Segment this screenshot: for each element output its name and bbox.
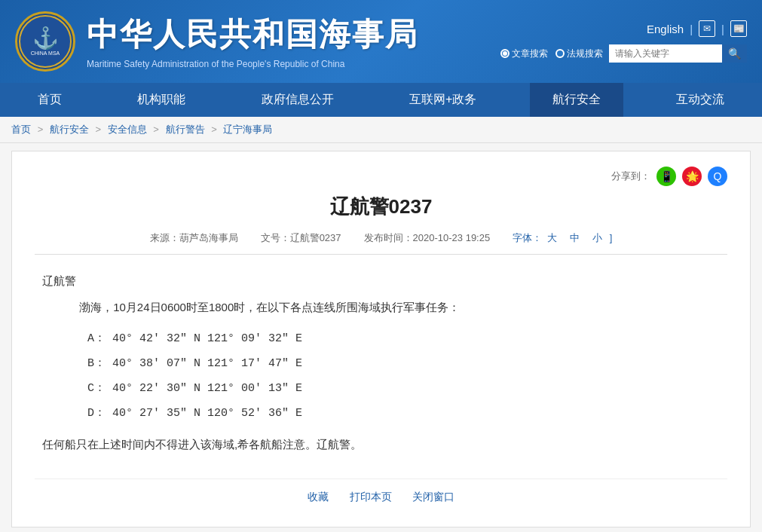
search-option-law-label: 法规搜索 bbox=[567, 47, 603, 60]
rss-icon[interactable]: 📰 bbox=[730, 20, 747, 37]
font-label: 字体： bbox=[513, 232, 542, 243]
search-option-article-label: 文章搜索 bbox=[512, 47, 548, 60]
font-small[interactable]: 小 bbox=[592, 232, 602, 243]
font-medium[interactable]: 中 bbox=[570, 232, 580, 243]
radio-article bbox=[500, 49, 510, 58]
close-link[interactable]: 关闭窗口 bbox=[412, 491, 454, 503]
search-option-law[interactable]: 法规搜索 bbox=[555, 47, 603, 60]
site-title-block: 中华人民共和国海事局 Maritime Safety Administratio… bbox=[87, 14, 418, 69]
font-size-ctrl: 字体： 大 中 小 ] bbox=[513, 231, 612, 245]
main-nav: 首页 机构职能 政府信息公开 互联网+政务 航行安全 互动交流 bbox=[0, 83, 762, 117]
nav-interact[interactable]: 互动交流 bbox=[653, 83, 747, 117]
nav-functions[interactable]: 机构职能 bbox=[115, 83, 208, 117]
search-option-article[interactable]: 文章搜索 bbox=[500, 47, 548, 60]
search-input[interactable] bbox=[609, 44, 722, 63]
breadcrumb-home[interactable]: 首页 bbox=[11, 124, 31, 135]
coord-b: B： 40° 38′ 07″ N 121° 17′ 47″ E bbox=[87, 351, 720, 376]
nav-internet[interactable]: 互联网+政务 bbox=[387, 83, 499, 117]
bookmark-link[interactable]: 收藏 bbox=[308, 491, 329, 503]
breadcrumb-liaoning[interactable]: 辽宁海事局 bbox=[223, 124, 272, 135]
breadcrumb: 首页 > 航行安全 > 安全信息 > 航行警告 > 辽宁海事局 bbox=[0, 117, 762, 143]
article-docno: 文号：辽航警0237 bbox=[261, 231, 341, 245]
print-link[interactable]: 打印本页 bbox=[350, 491, 392, 503]
radio-law bbox=[555, 49, 565, 58]
logo-subtext: CHINA MSA bbox=[31, 50, 60, 57]
header-left: ⚓ CHINA MSA 中华人民共和国海事局 Maritime Safety A… bbox=[15, 11, 418, 72]
article-coords: A： 40° 42′ 32″ N 121° 09′ 32″ E B： 40° 3… bbox=[42, 326, 720, 426]
article-notice: 渤海，10月24日0600时至1800时，在以下各点连线所围海域执行军事任务： bbox=[42, 296, 720, 319]
article-title: 辽航警0237 bbox=[35, 194, 727, 220]
weibo-share-icon[interactable]: 🌟 bbox=[682, 167, 702, 186]
content-box: 分享到： 📱 🌟 Q 辽航警0237 来源：葫芦岛海事局 文号：辽航警0237 … bbox=[11, 151, 751, 527]
article-source: 来源：葫芦岛海事局 bbox=[150, 231, 238, 245]
header-right: English | ✉ | 📰 文章搜索 法规搜索 🔍 bbox=[500, 20, 747, 63]
nav-home[interactable]: 首页 bbox=[15, 83, 84, 117]
nav-safety[interactable]: 航行安全 bbox=[530, 83, 623, 117]
language-link[interactable]: English bbox=[647, 23, 684, 35]
qzone-share-icon[interactable]: Q bbox=[708, 167, 727, 186]
main-content: 分享到： 📱 🌟 Q 辽航警0237 来源：葫芦岛海事局 文号：辽航警0237 … bbox=[0, 143, 762, 532]
article-pubtime: 发布时间：2020-10-23 19:25 bbox=[364, 231, 491, 245]
anchor-icon: ⚓ bbox=[32, 26, 59, 50]
site-logo: ⚓ CHINA MSA bbox=[15, 11, 75, 72]
coord-a: A： 40° 42′ 32″ N 121° 09′ 32″ E bbox=[87, 326, 720, 351]
search-input-wrap: 🔍 bbox=[609, 44, 747, 63]
article-body: 辽航警 渤海，10月24日0600时至1800时，在以下各点连线所围海域执行军事… bbox=[35, 270, 727, 456]
share-label: 分享到： bbox=[611, 170, 650, 183]
search-radio-group: 文章搜索 法规搜索 bbox=[500, 47, 603, 60]
article-actions: 收藏 打印本页 关闭窗口 bbox=[35, 478, 727, 504]
notice-indent bbox=[42, 301, 76, 313]
search-button[interactable]: 🔍 bbox=[722, 44, 747, 63]
breadcrumb-security-info[interactable]: 安全信息 bbox=[108, 124, 147, 135]
nav-info[interactable]: 政府信息公开 bbox=[239, 83, 357, 117]
header-top-links: English | ✉ | 📰 bbox=[647, 20, 747, 37]
font-large[interactable]: 大 bbox=[547, 232, 557, 243]
share-bar: 分享到： 📱 🌟 Q bbox=[35, 167, 727, 186]
article-meta: 来源：葫芦岛海事局 文号：辽航警0237 发布时间：2020-10-23 19:… bbox=[35, 231, 727, 255]
breadcrumb-nav-warning[interactable]: 航行警告 bbox=[166, 124, 205, 135]
article-heading: 辽航警 bbox=[42, 270, 720, 292]
wechat-share-icon[interactable]: 📱 bbox=[656, 167, 676, 186]
breadcrumb-safety[interactable]: 航行安全 bbox=[50, 124, 89, 135]
site-title-cn: 中华人民共和国海事局 bbox=[87, 14, 418, 56]
coord-d: D： 40° 27′ 35″ N 120° 52′ 36″ E bbox=[87, 401, 720, 426]
site-header: ⚓ CHINA MSA 中华人民共和国海事局 Maritime Safety A… bbox=[0, 0, 762, 83]
email-icon[interactable]: ✉ bbox=[699, 20, 715, 37]
search-bar: 文章搜索 法规搜索 🔍 bbox=[500, 44, 747, 63]
article-footer: 任何船只在上述时间内不得进入该海域,希各航船注意。辽航警。 bbox=[42, 433, 720, 456]
coord-c: C： 40° 22′ 30″ N 121° 00′ 13″ E bbox=[87, 376, 720, 401]
site-title-en: Maritime Safety Administration of the Pe… bbox=[87, 59, 418, 69]
